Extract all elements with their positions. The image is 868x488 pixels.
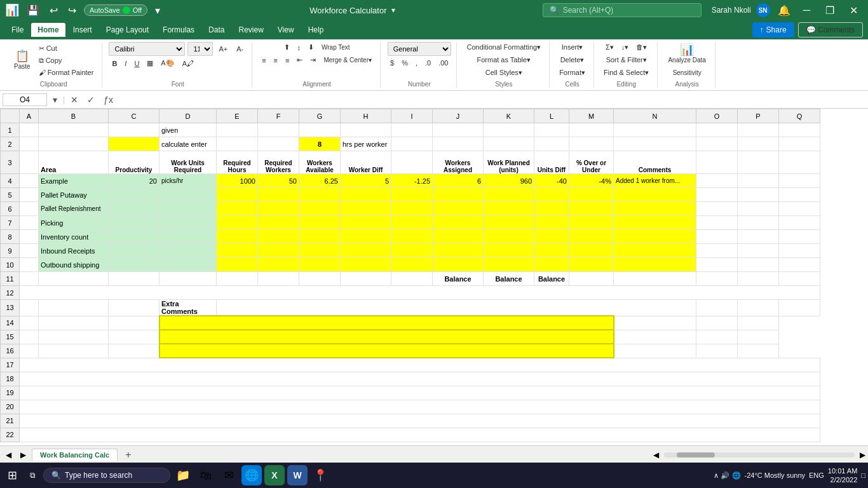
taskbar-search[interactable]: 🔍 Type here to search bbox=[43, 468, 170, 483]
analyze-data-button[interactable]: 📊 Analyze Data bbox=[664, 42, 709, 65]
indent-increase-button[interactable]: ⇥ bbox=[307, 55, 319, 65]
name-manager-button[interactable]: ▾ bbox=[50, 93, 60, 106]
align-center-button[interactable]: ≡ bbox=[271, 55, 281, 65]
align-middle-button[interactable]: ↕ bbox=[294, 42, 304, 53]
col-header-m[interactable]: M bbox=[569, 109, 614, 123]
copy-button[interactable]: ⧉ Copy bbox=[36, 55, 97, 66]
tab-help[interactable]: Help bbox=[302, 23, 330, 37]
cell-b4[interactable]: Example bbox=[39, 174, 109, 188]
cell-styles-button[interactable]: Cell Styles▾ bbox=[482, 67, 526, 78]
sort-filter-button[interactable]: Sort & Filter▾ bbox=[603, 55, 650, 65]
undo-button[interactable]: ↩ bbox=[47, 3, 60, 18]
sheet-tab-work-balancing[interactable]: Work Balancing Calc bbox=[32, 449, 118, 461]
header-pct-over-under[interactable]: % Over or Under bbox=[569, 151, 614, 174]
taskbar-excel-button[interactable]: X bbox=[264, 465, 285, 485]
cell-b8[interactable]: Inventory count bbox=[39, 230, 109, 244]
currency-button[interactable]: $ bbox=[387, 58, 397, 68]
header-area[interactable]: Area bbox=[39, 151, 109, 174]
scroll-bar-left[interactable]: ◀ bbox=[653, 451, 659, 459]
ribbon-display-btn[interactable]: 🔔 bbox=[775, 3, 793, 18]
comma-button[interactable]: , bbox=[412, 58, 421, 68]
font-shrink-button[interactable]: A- bbox=[233, 44, 247, 54]
add-sheet-button[interactable]: + bbox=[120, 447, 136, 463]
cell-g2[interactable]: 8 bbox=[299, 137, 341, 151]
cut-button[interactable]: ✂ Cut bbox=[36, 43, 97, 54]
taskbar-mail-button[interactable]: ✉ bbox=[219, 465, 239, 485]
header-req-workers[interactable]: Required Workers bbox=[258, 151, 299, 174]
cell-b5[interactable]: Pallet Putaway bbox=[39, 188, 109, 202]
indent-decrease-button[interactable]: ⇤ bbox=[294, 55, 306, 65]
header-req-hours[interactable]: Required Hours bbox=[217, 151, 258, 174]
scroll-right-button[interactable]: ▶ bbox=[17, 449, 29, 461]
align-left-button[interactable]: ≡ bbox=[259, 55, 269, 65]
align-top-button[interactable]: ⬆ bbox=[281, 42, 293, 53]
autosum-button[interactable]: Σ▾ bbox=[602, 42, 617, 53]
tab-file[interactable]: File bbox=[5, 23, 30, 37]
comments-button[interactable]: 💬 Comments bbox=[798, 22, 863, 37]
col-header-h[interactable]: H bbox=[341, 109, 391, 123]
cell-k11[interactable]: Balance bbox=[484, 272, 534, 286]
font-color-button[interactable]: A🖍 bbox=[179, 58, 197, 69]
format-as-table-button[interactable]: Format as Table▾ bbox=[473, 55, 534, 65]
grid-wrapper[interactable]: A B C D E F G H I J K L M N O P Q bbox=[0, 109, 868, 445]
format-button[interactable]: Format▾ bbox=[556, 67, 588, 78]
percent-button[interactable]: % bbox=[398, 58, 411, 68]
font-name-select[interactable]: Calibri bbox=[109, 42, 185, 56]
italic-button[interactable]: I bbox=[121, 58, 130, 69]
clear-button[interactable]: 🗑▾ bbox=[633, 42, 650, 53]
taskbar-store-button[interactable]: 🛍 bbox=[196, 465, 216, 485]
col-header-b[interactable]: B bbox=[39, 109, 109, 123]
close-button[interactable]: ✕ bbox=[844, 3, 863, 18]
col-header-g[interactable]: G bbox=[299, 109, 341, 123]
tab-insert[interactable]: Insert bbox=[67, 23, 98, 37]
header-worker-diff[interactable]: Worker Diff bbox=[341, 151, 391, 174]
formula-input[interactable] bbox=[119, 95, 865, 104]
search-bar[interactable]: 🔍 Search (Alt+Q) bbox=[543, 3, 702, 17]
col-header-l[interactable]: L bbox=[534, 109, 569, 123]
cell-j11[interactable]: Balance bbox=[433, 272, 484, 286]
header-workers-assigned[interactable]: Workers Assigned bbox=[433, 151, 484, 174]
cell-j4[interactable]: 6 bbox=[433, 174, 484, 188]
cell-e4[interactable]: 1000 bbox=[217, 174, 258, 188]
tab-home[interactable]: Home bbox=[31, 23, 65, 37]
cell-h4[interactable]: 5 bbox=[341, 174, 391, 188]
taskbar-edge-button[interactable]: 🌐 bbox=[241, 465, 262, 485]
align-right-button[interactable]: ≡ bbox=[282, 55, 292, 65]
delete-button[interactable]: Delete▾ bbox=[557, 55, 588, 65]
tab-view[interactable]: View bbox=[271, 23, 301, 37]
header-work-planned[interactable]: Work Planned (units) bbox=[484, 151, 534, 174]
fill-button[interactable]: ↓▾ bbox=[618, 42, 632, 53]
horizontal-scrollbar[interactable] bbox=[664, 452, 855, 458]
minimize-button[interactable]: ─ bbox=[798, 3, 815, 17]
col-header-a[interactable]: A bbox=[20, 109, 39, 123]
align-bottom-button[interactable]: ⬇ bbox=[305, 42, 317, 53]
header-productivity[interactable]: Productivity bbox=[109, 151, 159, 174]
col-header-j[interactable]: J bbox=[433, 109, 484, 123]
tab-page-layout[interactable]: Page Layout bbox=[100, 23, 155, 37]
col-header-i[interactable]: I bbox=[391, 109, 433, 123]
merge-center-button[interactable]: Merge & Center▾ bbox=[320, 55, 375, 65]
customize-qat-button[interactable]: ▾ bbox=[153, 3, 163, 18]
taskbar-word-button[interactable]: W bbox=[287, 465, 308, 485]
col-header-e[interactable]: E bbox=[217, 109, 258, 123]
number-format-select[interactable]: General bbox=[388, 42, 451, 56]
tab-review[interactable]: Review bbox=[232, 23, 269, 37]
format-painter-button[interactable]: 🖌 Format Painter bbox=[36, 67, 97, 78]
cell-b10[interactable]: Outbound shipping bbox=[39, 258, 109, 272]
cell-comments-d14[interactable] bbox=[159, 316, 614, 330]
cell-reference-input[interactable] bbox=[3, 93, 47, 106]
share-button[interactable]: ↑ Share bbox=[752, 22, 794, 37]
cell-b7[interactable]: Picking bbox=[39, 216, 109, 230]
cell-b6[interactable]: Pallet Replenishment bbox=[39, 202, 109, 216]
cell-c4[interactable]: 20 bbox=[109, 174, 159, 188]
col-header-c[interactable]: C bbox=[109, 109, 159, 123]
cell-h2[interactable]: hrs per worker bbox=[341, 137, 391, 151]
cell-n4[interactable]: Added 1 worker from... bbox=[614, 174, 696, 188]
col-header-k[interactable]: K bbox=[484, 109, 534, 123]
cell-f4[interactable]: 50 bbox=[258, 174, 299, 188]
cell-g4[interactable]: 6.25 bbox=[299, 174, 341, 188]
fill-color-button[interactable]: A🎨 bbox=[158, 58, 177, 69]
cell-i4[interactable]: -1.25 bbox=[391, 174, 433, 188]
taskbar-maps-button[interactable]: 📍 bbox=[310, 465, 330, 485]
cell-d2[interactable]: calculate enter bbox=[159, 137, 217, 151]
